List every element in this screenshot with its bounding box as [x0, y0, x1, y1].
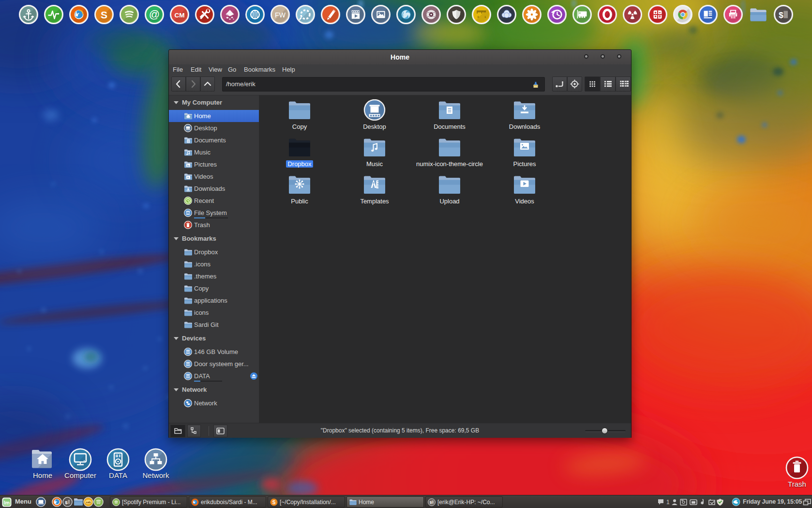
- svg-text:$: $: [779, 11, 783, 20]
- svg-text:sab: sab: [86, 501, 91, 504]
- svg-text:FW: FW: [275, 11, 286, 19]
- svg-text:1: 1: [666, 499, 670, 506]
- svg-text:S: S: [272, 500, 276, 505]
- svg-text:lm: lm: [4, 500, 10, 506]
- svg-text:@: @: [149, 8, 160, 20]
- svg-text:CM: CM: [175, 12, 185, 19]
- svg-text:$: $: [65, 500, 68, 505]
- svg-text:S: S: [101, 9, 107, 20]
